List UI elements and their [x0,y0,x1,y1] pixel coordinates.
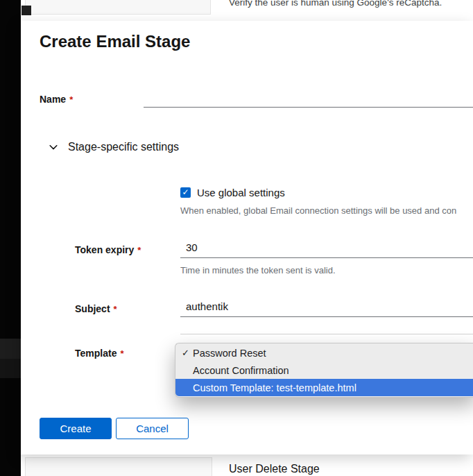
create-email-stage-modal: Create Email Stage Name* Stage-specific … [21,21,473,454]
required-asterisk: * [137,245,141,255]
dropdown-option-password-reset[interactable]: ✓ Password Reset [175,344,473,362]
checkmark-icon: ✓ [182,348,193,358]
template-label: Template* [75,348,124,359]
app-sidebar [0,0,21,476]
template-dropdown: ✓ Password Reset Account Confirmation Cu… [175,343,473,398]
modal-title: Create Email Stage [40,32,190,51]
background-field-box [25,457,212,476]
token-expiry-input[interactable] [180,237,473,258]
background-help-text: Verify the user is human using Google's … [229,0,442,8]
required-asterisk: * [69,94,73,105]
required-asterisk: * [120,348,123,359]
subject-label: Subject* [75,303,117,314]
cancel-button[interactable]: Cancel [116,418,189,439]
sidebar-item-block [0,339,21,359]
stage-settings-toggle[interactable]: Stage-specific settings [49,139,179,155]
subject-input[interactable] [180,296,473,317]
use-global-settings-checkbox[interactable]: ✓ [180,187,191,198]
required-asterisk: * [114,304,117,314]
name-label: Name* [40,94,73,105]
use-global-settings-label[interactable]: Use global settings [197,187,285,198]
chevron-down-icon [49,142,58,152]
template-select-border [180,334,473,334]
background-checkbox [22,6,31,15]
name-input[interactable] [144,87,473,108]
check-icon: ✓ [182,187,189,197]
create-button[interactable]: Create [40,418,112,439]
stage-settings-label: Stage-specific settings [68,141,179,153]
dropdown-option-account-confirmation[interactable]: Account Confirmation [175,362,473,379]
use-global-help-text: When enabled, global Email connection se… [180,205,456,216]
dropdown-option-custom-template[interactable]: Custom Template: test-template.html [175,379,473,396]
token-expiry-help-text: Time in minutes the token sent is valid. [180,265,336,275]
background-stage-name: User Delete Stage [229,463,320,475]
sidebar-item-block [0,359,21,378]
token-expiry-label: Token expiry* [75,244,141,255]
background-field-box [25,0,211,15]
